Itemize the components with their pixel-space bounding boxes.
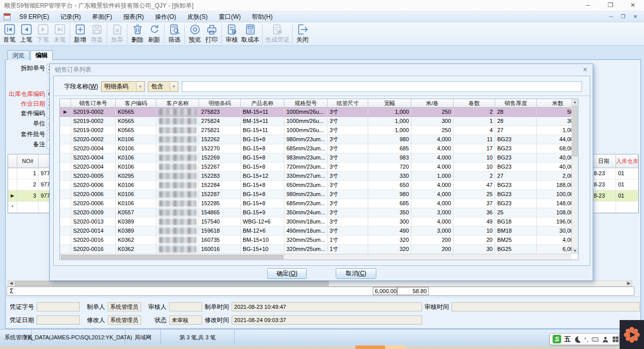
next-record-button[interactable]: 下笔 [35, 23, 51, 44]
scrollbar-thumb[interactable] [15, 281, 329, 286]
scroll-up-icon[interactable]: ▲ [572, 99, 578, 105]
menu-item-record[interactable]: 记录(R) [55, 11, 87, 22]
column-header-米/卷[interactable]: 米/卷 [411, 99, 454, 108]
column-header-规格型号[interactable]: 规格型号 [284, 99, 328, 108]
audit-button[interactable]: 审核 [223, 23, 240, 44]
first-record-button[interactable]: 首笔 [1, 23, 18, 44]
table-row[interactable]: S2020-0002K0106152262BG-15+8980mm/23um..… [60, 135, 571, 144]
input-mode-label[interactable]: 五 [564, 333, 571, 345]
keyboard-icon[interactable] [592, 336, 599, 343]
filter-value-input[interactable] [182, 81, 582, 92]
menu-item-skin[interactable]: 皮肤(S) [182, 11, 213, 22]
refresh-button[interactable]: 刷新 [146, 23, 163, 44]
menu-item-window[interactable]: 窗口(W) [213, 11, 246, 22]
preview-button[interactable]: 预览 [186, 23, 203, 44]
column-header-销售订单号[interactable]: 销售订单号 [71, 99, 116, 108]
taskbar-item[interactable] [385, 345, 405, 349]
column-header-selector[interactable] [60, 99, 71, 108]
column-header-NO#[interactable]: NO# [17, 154, 39, 168]
column-header-销售厚度[interactable]: 销售厚度 [495, 99, 537, 108]
save-button[interactable]: 存盘 [88, 23, 105, 44]
vertical-scrollbar[interactable]: ▲ ▼ [571, 99, 578, 254]
person-icon[interactable] [602, 336, 609, 343]
voucher-date-field[interactable] [37, 315, 80, 325]
table-row[interactable]: S2020-0009K0557154865BG-15+9350mm/24um..… [60, 208, 571, 217]
ok-button[interactable]: 确定(O) [267, 268, 307, 279]
filter-button[interactable]: 筛选 [166, 23, 183, 44]
scroll-right-icon[interactable]: ▶ [626, 281, 632, 286]
app-logo-tile[interactable] [620, 320, 644, 349]
menu-item-interface[interactable]: 界面(F) [86, 11, 117, 22]
tab-browse[interactable]: 浏览 [7, 50, 29, 60]
prev-record-button[interactable]: 上笔 [18, 23, 35, 44]
print-button[interactable]: 打印 [203, 23, 220, 44]
scroll-left-icon[interactable]: ◀ [8, 281, 14, 286]
column-header-客户名称[interactable]: 客户名称 [156, 99, 199, 108]
close-form-button[interactable]: 关闭 [294, 23, 311, 44]
scroll-down-icon[interactable]: ▼ [572, 248, 578, 254]
scrollbar-thumb[interactable] [61, 255, 283, 259]
column-header-产品名称[interactable]: 产品名称 [241, 99, 284, 108]
table-row[interactable]: S2020-0006K0106152284BG-15+8650mm/23um..… [60, 181, 571, 190]
generate-voucher-button[interactable]: 生成凭证 [264, 23, 291, 44]
voucher-no-field[interactable] [37, 302, 80, 311]
get-cost-button[interactable]: 取成本 [240, 23, 261, 44]
table-row[interactable]: S2020-0006K0106152285BG-15+8685mm/23um..… [60, 199, 571, 208]
filter-operator-select[interactable]: 包含 ▼ [148, 81, 178, 92]
column-header-纸管尺寸[interactable]: 纸管尺寸 [328, 99, 368, 108]
dialog-close-icon[interactable]: ✕ [583, 66, 588, 73]
column-header-卷数[interactable]: 卷数 [454, 99, 495, 108]
punctuation-icon[interactable]: °, [584, 336, 589, 342]
column-header-selector[interactable] [8, 154, 17, 168]
maximize-icon[interactable]: ❐ [599, 0, 622, 11]
chevron-down-icon[interactable]: ▼ [170, 82, 177, 91]
tab-edit[interactable]: 编辑 [30, 50, 53, 60]
scrollbar-thumb[interactable] [572, 106, 577, 156]
main-horizontal-scrollbar[interactable]: ◀ ▶ [8, 280, 632, 287]
column-header-日期[interactable]: 日期 [592, 154, 616, 168]
table-row[interactable]: S2020-0014K0389159618BM-12+6490mm/18um..… [60, 227, 571, 236]
table-row[interactable]: S2020-0004K0106152270BG-15+8685mm/23um..… [60, 144, 571, 153]
column-header-入库仓库[interactable]: 入库仓库 [616, 154, 638, 168]
table-row[interactable]: S2019-0002K0565275824BM-15+111000mm/26u.… [60, 117, 571, 126]
mdi-restore-icon[interactable]: ❒ [620, 14, 627, 19]
table-row[interactable]: S2020-0006K0106152287BG-15+8980mm/23um..… [60, 190, 571, 199]
table-row[interactable]: S2020-0013K0389157540WBG-12+6300mm/18um.… [60, 217, 571, 227]
minimize-icon[interactable]: ─ [577, 0, 599, 11]
table-row[interactable]: 8-2301 [592, 179, 638, 191]
taskbar-active-item[interactable] [356, 345, 385, 349]
toolbox-icon[interactable] [612, 336, 619, 343]
delete-button[interactable]: 删除 [129, 23, 146, 44]
table-row[interactable] [592, 202, 638, 213]
cell: S2020-0016 [71, 245, 116, 254]
table-row[interactable]: S2020-0004K0106152269BG-15+8983mm/23um..… [60, 153, 571, 163]
menu-item-report[interactable]: 报表(R) [118, 11, 150, 22]
cancel-button[interactable]: 取消(C) [336, 268, 376, 279]
column-header-宽幅[interactable]: 宽幅 [368, 99, 411, 108]
column-header-米数[interactable]: 米数 [537, 99, 571, 108]
sogou-logo-icon[interactable]: S [553, 335, 561, 343]
menu-item-operation[interactable]: 操作(O) [149, 11, 181, 22]
mdi-close-icon[interactable]: ✕ [632, 14, 639, 19]
column-header-明细条码[interactable]: 明细条码 [199, 99, 241, 108]
moon-icon[interactable] [574, 336, 581, 343]
table-row[interactable]: S2020-0016K0362160735BM-15+10320mm/25um.… [60, 236, 571, 245]
table-row[interactable]: 8-2301 [592, 168, 638, 179]
table-row[interactable]: S2019-0002K0565275821BG-15+111000mm/26u.… [60, 126, 571, 135]
close-icon[interactable]: ✕ [622, 0, 644, 11]
chevron-down-icon[interactable]: ▼ [136, 82, 144, 91]
horizontal-scrollbar[interactable] [60, 254, 571, 260]
filter-field-select[interactable]: 明细条码 ▼ [101, 81, 145, 92]
table-row[interactable]: S2020-0016K0362160016BG-15+10320mm/25um.… [60, 245, 571, 254]
table-row[interactable]: ▶S2019-0002K0565275823BM-15+111000mm/26u… [60, 108, 571, 117]
menu-item-s9erp[interactable]: S9 ERP(E) [14, 11, 55, 22]
add-button[interactable]: 新增 [72, 23, 88, 44]
table-row[interactable]: S2020-0004K0106152267BG-15+8720mm/23um..… [60, 163, 571, 172]
discard-button[interactable]: 放弃 [109, 23, 125, 44]
column-header-客户编码[interactable]: 客户编码 [116, 99, 156, 108]
mdi-minimize-icon[interactable]: ─ [607, 14, 615, 19]
menu-item-help[interactable]: 帮助(H) [246, 11, 278, 22]
last-record-button[interactable]: 末笔 [51, 23, 68, 44]
table-row[interactable]: S2020-0005K0295152283BG-15+12330mm/27um.… [60, 172, 571, 181]
table-row[interactable]: 8-2301 [592, 191, 638, 202]
